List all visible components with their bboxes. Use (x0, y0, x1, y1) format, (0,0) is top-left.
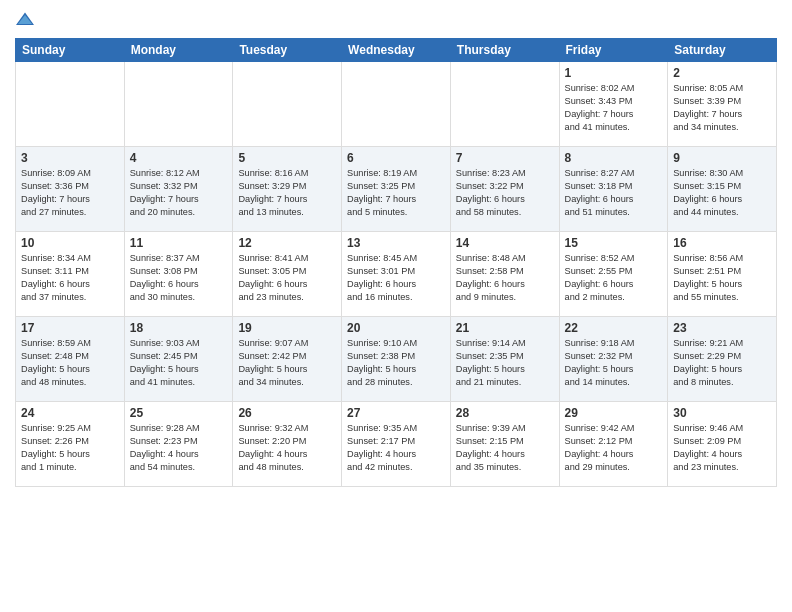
calendar-cell: 14Sunrise: 8:48 AM Sunset: 2:58 PM Dayli… (450, 232, 559, 317)
day-number: 24 (21, 406, 119, 420)
day-info: Sunrise: 8:48 AM Sunset: 2:58 PM Dayligh… (456, 252, 554, 304)
day-info: Sunrise: 9:42 AM Sunset: 2:12 PM Dayligh… (565, 422, 663, 474)
calendar-cell: 7Sunrise: 8:23 AM Sunset: 3:22 PM Daylig… (450, 147, 559, 232)
calendar-cell (450, 62, 559, 147)
calendar-day-header: Friday (559, 39, 668, 62)
calendar-table: SundayMondayTuesdayWednesdayThursdayFrid… (15, 38, 777, 487)
calendar-cell: 29Sunrise: 9:42 AM Sunset: 2:12 PM Dayli… (559, 402, 668, 487)
calendar-cell: 3Sunrise: 8:09 AM Sunset: 3:36 PM Daylig… (16, 147, 125, 232)
calendar-cell: 30Sunrise: 9:46 AM Sunset: 2:09 PM Dayli… (668, 402, 777, 487)
day-number: 6 (347, 151, 445, 165)
calendar-day-header: Tuesday (233, 39, 342, 62)
calendar-cell: 27Sunrise: 9:35 AM Sunset: 2:17 PM Dayli… (342, 402, 451, 487)
day-number: 15 (565, 236, 663, 250)
calendar-cell: 1Sunrise: 8:02 AM Sunset: 3:43 PM Daylig… (559, 62, 668, 147)
day-info: Sunrise: 9:32 AM Sunset: 2:20 PM Dayligh… (238, 422, 336, 474)
calendar-cell: 26Sunrise: 9:32 AM Sunset: 2:20 PM Dayli… (233, 402, 342, 487)
day-info: Sunrise: 9:18 AM Sunset: 2:32 PM Dayligh… (565, 337, 663, 389)
day-number: 11 (130, 236, 228, 250)
day-number: 14 (456, 236, 554, 250)
day-info: Sunrise: 8:52 AM Sunset: 2:55 PM Dayligh… (565, 252, 663, 304)
day-number: 20 (347, 321, 445, 335)
day-info: Sunrise: 9:21 AM Sunset: 2:29 PM Dayligh… (673, 337, 771, 389)
calendar-cell: 28Sunrise: 9:39 AM Sunset: 2:15 PM Dayli… (450, 402, 559, 487)
day-info: Sunrise: 9:35 AM Sunset: 2:17 PM Dayligh… (347, 422, 445, 474)
day-info: Sunrise: 8:37 AM Sunset: 3:08 PM Dayligh… (130, 252, 228, 304)
day-info: Sunrise: 9:03 AM Sunset: 2:45 PM Dayligh… (130, 337, 228, 389)
day-number: 22 (565, 321, 663, 335)
calendar-cell: 6Sunrise: 8:19 AM Sunset: 3:25 PM Daylig… (342, 147, 451, 232)
day-info: Sunrise: 8:19 AM Sunset: 3:25 PM Dayligh… (347, 167, 445, 219)
calendar-cell: 2Sunrise: 8:05 AM Sunset: 3:39 PM Daylig… (668, 62, 777, 147)
calendar-cell (233, 62, 342, 147)
calendar-header-row: SundayMondayTuesdayWednesdayThursdayFrid… (16, 39, 777, 62)
calendar-day-header: Saturday (668, 39, 777, 62)
calendar-cell: 9Sunrise: 8:30 AM Sunset: 3:15 PM Daylig… (668, 147, 777, 232)
day-number: 10 (21, 236, 119, 250)
calendar-day-header: Wednesday (342, 39, 451, 62)
calendar-cell: 4Sunrise: 8:12 AM Sunset: 3:32 PM Daylig… (124, 147, 233, 232)
day-number: 28 (456, 406, 554, 420)
calendar-day-header: Thursday (450, 39, 559, 62)
day-info: Sunrise: 8:02 AM Sunset: 3:43 PM Dayligh… (565, 82, 663, 134)
day-info: Sunrise: 9:46 AM Sunset: 2:09 PM Dayligh… (673, 422, 771, 474)
day-number: 17 (21, 321, 119, 335)
day-number: 26 (238, 406, 336, 420)
calendar-cell: 11Sunrise: 8:37 AM Sunset: 3:08 PM Dayli… (124, 232, 233, 317)
day-number: 13 (347, 236, 445, 250)
day-info: Sunrise: 9:39 AM Sunset: 2:15 PM Dayligh… (456, 422, 554, 474)
page: SundayMondayTuesdayWednesdayThursdayFrid… (0, 0, 792, 612)
calendar-cell: 19Sunrise: 9:07 AM Sunset: 2:42 PM Dayli… (233, 317, 342, 402)
calendar-week-row: 1Sunrise: 8:02 AM Sunset: 3:43 PM Daylig… (16, 62, 777, 147)
day-info: Sunrise: 9:25 AM Sunset: 2:26 PM Dayligh… (21, 422, 119, 474)
day-number: 12 (238, 236, 336, 250)
calendar-cell: 23Sunrise: 9:21 AM Sunset: 2:29 PM Dayli… (668, 317, 777, 402)
calendar-cell (16, 62, 125, 147)
day-info: Sunrise: 8:23 AM Sunset: 3:22 PM Dayligh… (456, 167, 554, 219)
logo-icon (15, 10, 35, 30)
day-number: 7 (456, 151, 554, 165)
day-number: 4 (130, 151, 228, 165)
day-number: 29 (565, 406, 663, 420)
calendar-cell: 5Sunrise: 8:16 AM Sunset: 3:29 PM Daylig… (233, 147, 342, 232)
calendar-week-row: 3Sunrise: 8:09 AM Sunset: 3:36 PM Daylig… (16, 147, 777, 232)
calendar-week-row: 10Sunrise: 8:34 AM Sunset: 3:11 PM Dayli… (16, 232, 777, 317)
logo (15, 10, 39, 30)
header (15, 10, 777, 30)
day-number: 19 (238, 321, 336, 335)
day-number: 30 (673, 406, 771, 420)
day-number: 25 (130, 406, 228, 420)
day-number: 23 (673, 321, 771, 335)
day-number: 9 (673, 151, 771, 165)
day-number: 18 (130, 321, 228, 335)
day-info: Sunrise: 8:12 AM Sunset: 3:32 PM Dayligh… (130, 167, 228, 219)
calendar-cell: 21Sunrise: 9:14 AM Sunset: 2:35 PM Dayli… (450, 317, 559, 402)
day-number: 21 (456, 321, 554, 335)
day-info: Sunrise: 9:14 AM Sunset: 2:35 PM Dayligh… (456, 337, 554, 389)
calendar-cell: 16Sunrise: 8:56 AM Sunset: 2:51 PM Dayli… (668, 232, 777, 317)
day-info: Sunrise: 8:59 AM Sunset: 2:48 PM Dayligh… (21, 337, 119, 389)
day-info: Sunrise: 8:34 AM Sunset: 3:11 PM Dayligh… (21, 252, 119, 304)
calendar-cell: 12Sunrise: 8:41 AM Sunset: 3:05 PM Dayli… (233, 232, 342, 317)
day-info: Sunrise: 8:09 AM Sunset: 3:36 PM Dayligh… (21, 167, 119, 219)
day-info: Sunrise: 8:27 AM Sunset: 3:18 PM Dayligh… (565, 167, 663, 219)
day-number: 5 (238, 151, 336, 165)
calendar-cell: 15Sunrise: 8:52 AM Sunset: 2:55 PM Dayli… (559, 232, 668, 317)
calendar-cell: 20Sunrise: 9:10 AM Sunset: 2:38 PM Dayli… (342, 317, 451, 402)
day-info: Sunrise: 9:07 AM Sunset: 2:42 PM Dayligh… (238, 337, 336, 389)
calendar-cell: 18Sunrise: 9:03 AM Sunset: 2:45 PM Dayli… (124, 317, 233, 402)
calendar-week-row: 17Sunrise: 8:59 AM Sunset: 2:48 PM Dayli… (16, 317, 777, 402)
calendar-cell: 13Sunrise: 8:45 AM Sunset: 3:01 PM Dayli… (342, 232, 451, 317)
calendar-day-header: Sunday (16, 39, 125, 62)
calendar-cell: 17Sunrise: 8:59 AM Sunset: 2:48 PM Dayli… (16, 317, 125, 402)
day-info: Sunrise: 8:30 AM Sunset: 3:15 PM Dayligh… (673, 167, 771, 219)
calendar-cell: 10Sunrise: 8:34 AM Sunset: 3:11 PM Dayli… (16, 232, 125, 317)
calendar-week-row: 24Sunrise: 9:25 AM Sunset: 2:26 PM Dayli… (16, 402, 777, 487)
calendar-cell: 8Sunrise: 8:27 AM Sunset: 3:18 PM Daylig… (559, 147, 668, 232)
day-info: Sunrise: 9:28 AM Sunset: 2:23 PM Dayligh… (130, 422, 228, 474)
day-info: Sunrise: 8:16 AM Sunset: 3:29 PM Dayligh… (238, 167, 336, 219)
calendar-cell (124, 62, 233, 147)
day-info: Sunrise: 8:56 AM Sunset: 2:51 PM Dayligh… (673, 252, 771, 304)
day-info: Sunrise: 8:05 AM Sunset: 3:39 PM Dayligh… (673, 82, 771, 134)
day-number: 1 (565, 66, 663, 80)
